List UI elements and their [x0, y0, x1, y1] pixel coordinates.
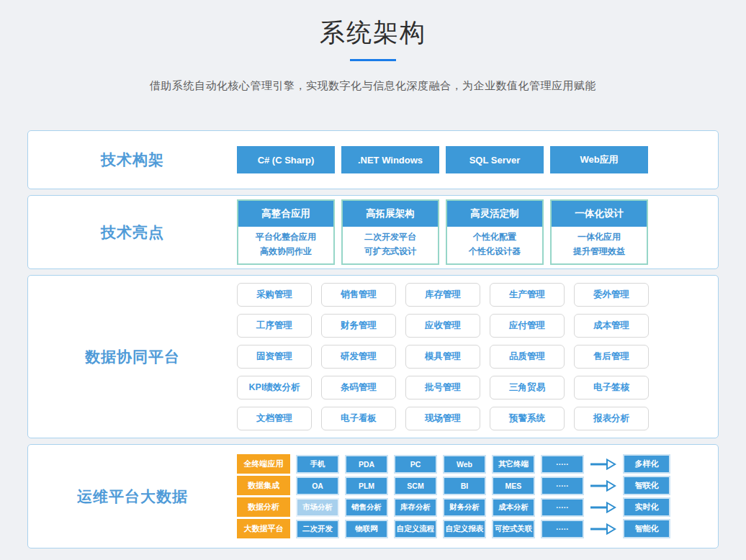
ops-category-label: 全终端应用	[237, 454, 290, 474]
data-platform-item: KPI绩效分析	[237, 376, 312, 399]
data-platform-item: 研发管理	[321, 345, 396, 369]
architecture-panels: 技术构架 C# (C Sharp).NET WindowsSQL ServerW…	[27, 130, 719, 548]
ops-platform-label: 运维平台大数据	[28, 445, 237, 548]
page-title: 系统架构	[0, 16, 746, 50]
data-platform-item: 固资管理	[237, 345, 312, 369]
highlight-card-item: 高效协同作业	[240, 244, 332, 258]
ops-platform-row: 大数据平台二次开发物联网自定义流程自定义报表可控式关联·····智能化	[237, 519, 670, 538]
ops-item: ·····	[541, 477, 584, 495]
highlight-card-body: 个性化配置个性化设计器	[447, 227, 542, 263]
highlight-card: 高灵活定制个性化配置个性化设计器	[446, 199, 544, 265]
ops-result-label: 实时化	[623, 497, 670, 517]
data-platform-item: 委外管理	[574, 283, 649, 307]
data-platform-item: 三角贸易	[490, 376, 565, 399]
highlight-card: 高拓展架构二次开发平台可扩充式设计	[341, 199, 439, 265]
ops-item: ·····	[541, 520, 584, 538]
ops-item: 销售分析	[345, 498, 388, 517]
ops-item: 库存分析	[394, 498, 437, 517]
data-platform-item: 成本管理	[574, 314, 649, 338]
section-ops-platform: 运维平台大数据 全终端应用手机PDAPCWeb其它终端·····多样化数据集成O…	[27, 444, 719, 548]
data-platform-item: 工序管理	[237, 314, 312, 338]
page-subtitle: 借助系统自动化核心管理引擎，实现数字化与信息化深度融合，为企业数值化管理应用赋能	[0, 79, 746, 93]
tech-highlight-cards: 高整合应用平台化整合应用高效协同作业高拓展架构二次开发平台可扩充式设计高灵活定制…	[237, 196, 648, 268]
arrow-right-icon	[590, 459, 616, 470]
highlight-card-item: 一体化应用	[553, 230, 645, 244]
data-platform-item: 报表分析	[574, 407, 649, 430]
ops-category-label: 大数据平台	[237, 519, 290, 538]
data-platform-item: 采购管理	[237, 283, 312, 307]
ops-item: 财务分析	[443, 498, 486, 517]
section-tech-highlights: 技术亮点 高整合应用平台化整合应用高效协同作业高拓展架构二次开发平台可扩充式设计…	[27, 195, 719, 269]
data-platform-grid: 采购管理销售管理库存管理生产管理委外管理工序管理财务管理应收管理应付管理成本管理…	[237, 276, 649, 438]
data-platform-item: 预警系统	[490, 407, 565, 430]
ops-item: 成本分析	[492, 498, 535, 517]
data-platform-item: 销售管理	[321, 283, 396, 307]
ops-category-label: 数据集成	[237, 476, 290, 495]
highlight-card-item: 个性化设计器	[449, 244, 541, 258]
ops-item: 自定义报表	[443, 520, 486, 538]
ops-platform-row: 数据集成OAPLMSCMBIMES·····智联化	[237, 476, 670, 495]
highlight-card: 高整合应用平台化整合应用高效协同作业	[237, 199, 335, 265]
ops-platform-rows: 全终端应用手机PDAPCWeb其它终端·····多样化数据集成OAPLMSCMB…	[237, 445, 670, 548]
ops-item: 手机	[296, 455, 339, 474]
ops-item: MES	[492, 477, 535, 495]
arrow-right	[590, 523, 616, 535]
data-platform-item: 批号管理	[405, 376, 480, 399]
ops-item: PLM	[345, 477, 388, 495]
data-platform-item: 售后管理	[574, 345, 649, 369]
ops-item: PC	[394, 455, 437, 474]
ops-item: SCM	[394, 477, 437, 495]
highlight-card-item: 可扩充式设计	[344, 244, 436, 258]
data-platform-item: 现场管理	[405, 407, 480, 430]
arrow-right	[590, 459, 616, 470]
highlight-card-body: 一体化应用提升管理效益	[552, 227, 647, 263]
data-platform-item: 应收管理	[405, 314, 480, 338]
data-platform-item: 应付管理	[490, 314, 565, 338]
highlight-card-body: 平台化整合应用高效协同作业	[238, 227, 333, 263]
section-tech-framework: 技术构架 C# (C Sharp).NET WindowsSQL ServerW…	[27, 130, 719, 189]
arrow-right-icon	[590, 502, 616, 513]
data-platform-label: 数据协同平台	[28, 276, 237, 438]
ops-item: PDA	[345, 455, 388, 474]
ops-result-label: 智能化	[623, 519, 670, 538]
ops-platform-row: 数据分析市场分析销售分析库存分析财务分析成本分析·····实时化	[237, 497, 670, 517]
ops-item: 市场分析	[296, 498, 339, 517]
ops-item: 物联网	[345, 520, 388, 538]
data-platform-item: 品质管理	[490, 345, 565, 369]
ops-item: Web	[443, 455, 486, 474]
arrow-right	[590, 502, 616, 513]
tech-framework-item: SQL Server	[446, 146, 544, 173]
tech-framework-item: Web应用	[550, 146, 648, 173]
ops-item: 自定义流程	[394, 520, 437, 538]
ops-result-label: 多样化	[623, 454, 670, 474]
ops-item: 二次开发	[296, 520, 339, 538]
ops-result-label: 智联化	[623, 476, 670, 495]
arrow-right-icon	[590, 480, 616, 492]
arrow-right-icon	[590, 523, 616, 535]
data-platform-item: 电子签核	[574, 376, 649, 399]
data-platform-item: 文档管理	[237, 407, 312, 430]
tech-framework-item: .NET Windows	[341, 146, 439, 173]
data-platform-item: 模具管理	[405, 345, 480, 369]
ops-item: OA	[296, 477, 339, 495]
ops-category-label: 数据分析	[237, 497, 290, 517]
highlight-card-body: 二次开发平台可扩充式设计	[343, 227, 438, 263]
tech-highlights-label: 技术亮点	[28, 196, 237, 268]
highlight-card-item: 个性化配置	[449, 230, 541, 244]
highlight-card-item: 平台化整合应用	[240, 230, 332, 244]
data-platform-item: 库存管理	[405, 283, 480, 307]
data-platform-item: 条码管理	[321, 376, 396, 399]
highlight-card-header: 一体化设计	[552, 201, 647, 227]
tech-framework-item: C# (C Sharp)	[237, 146, 335, 173]
data-platform-item: 生产管理	[490, 283, 565, 307]
highlight-card-header: 高灵活定制	[447, 201, 542, 227]
ops-platform-row: 全终端应用手机PDAPCWeb其它终端·····多样化	[237, 454, 670, 474]
tech-framework-label: 技术构架	[28, 131, 237, 189]
ops-item: BI	[443, 477, 486, 495]
highlight-card-item: 二次开发平台	[344, 230, 436, 244]
page-header: 系统架构 借助系统自动化核心管理引擎，实现数字化与信息化深度融合，为企业数值化管…	[0, 0, 746, 93]
ops-item: 可控式关联	[492, 520, 535, 538]
highlight-card-header: 高整合应用	[238, 201, 333, 227]
highlight-card-item: 提升管理效益	[553, 244, 645, 258]
highlight-card-header: 高拓展架构	[343, 201, 438, 227]
